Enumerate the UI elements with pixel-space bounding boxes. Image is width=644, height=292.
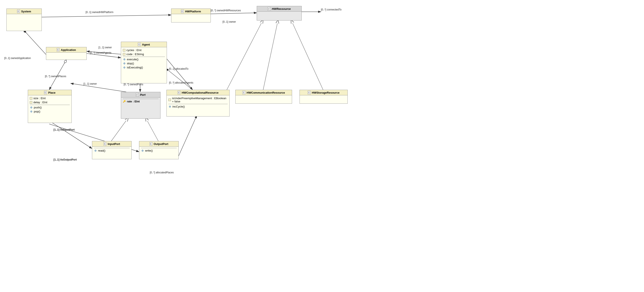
class-hwcommResource-name: HWCommunicationResource xyxy=(247,91,285,94)
attr-code: code : EString xyxy=(123,52,165,56)
icon-rate: 🔑 xyxy=(123,100,126,103)
class-inputport-name: InputPort xyxy=(108,142,120,146)
divider-outputport xyxy=(141,148,177,148)
class-hwcompResource: E HWComputationalResource isUnderPreempt… xyxy=(166,90,230,116)
svg-line-11 xyxy=(227,20,263,90)
svg-line-4 xyxy=(24,30,46,54)
class-inputport-icon: E xyxy=(104,142,106,146)
class-hwressource: E HWRessource xyxy=(257,6,302,20)
class-hwstorResource-body xyxy=(300,95,348,100)
class-place-body: size : EInt delay : EInt ⚙ push() ⚙ pop(… xyxy=(28,95,72,114)
label-itsInputPort: [1..1] itsInputPort xyxy=(54,128,75,131)
attr-delay: delay : EInt xyxy=(30,100,70,104)
class-application-name: Application xyxy=(61,48,76,51)
class-hwplatform-body xyxy=(172,14,210,18)
class-system: E System xyxy=(6,8,42,31)
label-owner1: [1..1] owner xyxy=(98,46,112,49)
class-system-name: System xyxy=(21,10,31,13)
class-hwcompResource-name: HWComputationalResource xyxy=(182,91,218,94)
svg-line-20 xyxy=(178,115,197,158)
class-agent: E Agent cycles : EInt code : EString ⚙ e… xyxy=(121,42,167,83)
text-size: size : EInt xyxy=(34,97,46,100)
text-pop: pop() xyxy=(34,110,40,113)
class-hwplatform-header: E HWPlatform xyxy=(172,9,210,14)
label-owner2: [1..1] owner xyxy=(84,82,97,85)
class-outputport-icon: E xyxy=(150,142,152,146)
label-connectedTo: [0..*] connectedTo xyxy=(321,8,342,11)
class-agent-icon: E xyxy=(138,43,140,46)
text-write: write() xyxy=(145,149,153,152)
attr-isUnder: isUnderPreemptiveManagement : EBoolean =… xyxy=(168,96,228,103)
class-hwcompResource-body: isUnderPreemptiveManagement : EBoolean =… xyxy=(167,95,229,109)
class-application-body xyxy=(46,53,86,57)
icon-cycles xyxy=(123,49,126,51)
class-hwplatform-icon: E xyxy=(181,10,184,13)
icon-size xyxy=(30,97,32,100)
divider-hwcomp xyxy=(168,104,228,104)
class-port-body: 🔑 rate : EInt xyxy=(121,97,160,104)
icon-write: ⚙ xyxy=(141,149,144,152)
class-outputport-name: OutputPort xyxy=(154,142,168,146)
attr-incCycle: ⚙ incCycle() xyxy=(168,104,228,109)
label-allocatedPlaces: [0..*] allocatedPlaces xyxy=(150,171,174,174)
text-incCycle: incCycle() xyxy=(172,105,185,108)
class-agent-name: Agent xyxy=(142,43,150,46)
attr-write: ⚙ write() xyxy=(141,149,177,153)
text-execute: execute() xyxy=(127,58,138,61)
class-hwplatform-name: HWPlatform xyxy=(185,10,201,13)
class-hwcommResource: E HWCommunicationResource xyxy=(235,90,292,104)
text-read: read() xyxy=(98,149,106,152)
class-place-name: Place xyxy=(48,91,56,94)
icon-pop: ⚙ xyxy=(30,110,33,113)
attr-isExecuting: ⚙ isExecuting() xyxy=(123,65,165,69)
class-port-icon: E xyxy=(136,93,139,96)
text-delay: delay : EInt xyxy=(34,101,47,104)
label-ownedHWResources: [0..*] ownedHWResources xyxy=(211,9,241,12)
icon-stop: ⚙ xyxy=(123,62,126,65)
text-rate: rate : EInt xyxy=(127,100,140,103)
svg-line-10 xyxy=(210,13,257,14)
label-ownedAgents: [0..*] ownedAgents xyxy=(90,51,112,54)
class-hwstorResource-name: HWStorageResource xyxy=(312,91,340,94)
class-port-name: Port xyxy=(140,93,146,96)
icon-incCycle: ⚙ xyxy=(168,105,172,108)
class-place: E Place size : EInt delay : EInt ⚙ push(… xyxy=(28,90,72,123)
svg-line-9 xyxy=(70,83,126,92)
icon-isExecuting: ⚙ xyxy=(123,66,126,69)
class-agent-body: cycles : EInt code : EString ⚙ execute()… xyxy=(121,47,167,70)
svg-line-12 xyxy=(263,20,278,90)
label-itsOutputPort: [1..1] itsOutputPort xyxy=(54,158,77,161)
label-allocatedAgents: [0..*] allocatedAgents xyxy=(169,81,193,84)
attr-cycles: cycles : EInt xyxy=(123,48,165,52)
label-ownedApplication: [0..1] ownedApplication xyxy=(4,57,31,60)
class-hwressource-body xyxy=(257,11,302,16)
attr-pop: ⚙ pop() xyxy=(30,109,70,113)
class-application: E Application xyxy=(46,47,87,60)
class-outputport-header: E OutputPort xyxy=(139,141,178,147)
class-hwcommResource-header: E HWCommunicationResource xyxy=(236,90,292,95)
class-place-header: E Place xyxy=(28,90,72,95)
label-allocatedTo: [0..1] allocatedTo xyxy=(169,67,188,70)
label-ownedPorts: [0..*] ownedPorts xyxy=(124,83,143,86)
svg-line-16 xyxy=(111,118,128,141)
class-hwstorResource-icon: E xyxy=(308,91,310,94)
svg-line-18 xyxy=(49,121,92,149)
text-isExecuting: isExecuting() xyxy=(127,66,143,69)
attr-read: ⚙ read() xyxy=(94,149,130,153)
text-isUnder: isUnderPreemptiveManagement : EBoolean =… xyxy=(172,97,228,103)
icon-read: ⚙ xyxy=(94,149,97,152)
attr-size: size : EInt xyxy=(30,96,70,100)
class-port-header: E Port xyxy=(121,92,160,97)
svg-line-3 xyxy=(41,15,171,17)
class-outputport-body: ⚙ write() xyxy=(139,147,178,153)
class-hwcompResource-header: E HWComputationalResource xyxy=(167,90,229,95)
svg-line-15 xyxy=(166,68,192,90)
class-hwcommResource-body xyxy=(236,95,292,100)
class-agent-header: E Agent xyxy=(121,42,167,47)
divider-agent xyxy=(123,57,165,57)
attr-execute: ⚙ execute() xyxy=(123,57,165,61)
text-code: code : EString xyxy=(126,53,144,56)
class-hwressource-icon: E xyxy=(268,7,270,10)
text-stop: stop() xyxy=(127,62,134,65)
class-system-header: E System xyxy=(7,9,42,14)
